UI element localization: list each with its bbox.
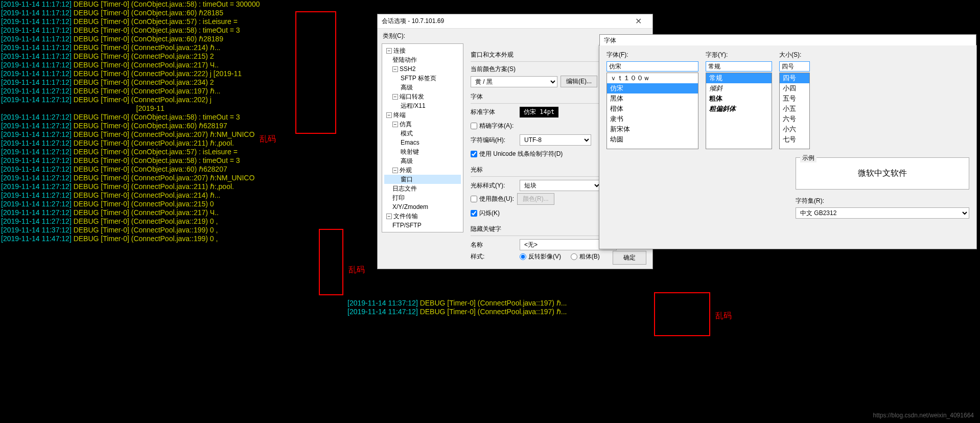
annotation-garbled-1: 乱码 [260,134,276,145]
color-scheme-select[interactable]: 黄 / 黑 [471,76,557,87]
font-dialog: 字体 字体(F): ｖｔ１００ｗ仿宋黑体楷体隶书新宋体幼圆 字形(Y): 常规倾… [599,45,977,249]
font-dialog-title[interactable]: 字体 [599,34,976,45]
tree-mode[interactable]: 模式 [384,129,461,138]
char-encoding-select[interactable]: UTF-8 [520,134,591,146]
font-input[interactable] [606,61,698,72]
dialog-title: 会话选项 - 10.7.101.69 [382,17,628,26]
hidden-name-label: 名称 [471,241,517,249]
style-input[interactable] [706,61,772,72]
color-button[interactable]: 颜色(R)... [517,193,554,205]
tree-login[interactable]: 登陆动作 [384,55,461,64]
std-font-label: 标准字体 [471,108,517,116]
charset-label: 字符集(R): [796,197,969,205]
size-input[interactable] [779,61,810,72]
tree-advanced2[interactable]: 高级 [384,156,461,166]
tree-window[interactable]: 窗口 [384,175,461,184]
tree-advanced[interactable]: 高级 [384,83,461,92]
tree-remote[interactable]: 远程/X11 [384,101,461,110]
use-color-checkbox[interactable]: 使用颜色(U): [471,195,514,203]
bold-radio[interactable]: 粗体(B) [571,252,600,261]
char-encoding-label: 字符编码(H): [471,136,517,145]
annotation-garbled-3: 乱码 [715,311,732,321]
font-listbox[interactable]: ｖｔ１００ｗ仿宋黑体楷体隶书新宋体幼圆 [606,73,698,149]
tree-ssh2[interactable]: −SSH2 [384,64,461,74]
terminal-output-right[interactable]: [2019-11-14 11:37:12] DEBUG [Timer-0] (C… [347,299,705,350]
hidden-style-label: 样式: [471,252,517,261]
precise-font-checkbox[interactable]: 精确字体(A): [471,122,514,130]
tree-emulation[interactable]: −仿真 [384,120,461,129]
style-label: 字形(Y): [706,51,772,59]
watermark: https://blog.csdn.net/weixin_4091664 [873,412,974,419]
annotation-garbled-2: 乱码 [348,265,365,275]
size-label: 大小(S): [779,51,810,59]
current-scheme-label: 当前颜色方案(S) [471,65,517,74]
cursor-style-select[interactable]: 短块 [520,180,601,191]
font-label: 字体(F): [606,51,698,59]
sample-box: 示例 微软中文软件 [796,157,969,190]
tree-print[interactable]: 打印 [384,193,461,202]
dialog-titlebar[interactable]: 会话选项 - 10.7.101.69 ✕ [378,14,652,29]
style-listbox[interactable]: 常规倾斜粗体粗偏斜体 [706,73,772,149]
tree-terminal[interactable]: −终端 [384,110,461,120]
tree-portfw[interactable]: −端口转发 [384,92,461,101]
close-icon[interactable]: ✕ [628,14,648,29]
category-tree[interactable]: −连接 登陆动作 −SSH2 SFTP 标签页 高级 −端口转发 远程/X11 … [382,43,463,232]
invert-radio[interactable]: 反转影像(V) [520,252,561,261]
tree-appearance[interactable]: −外观 [384,166,461,175]
font-display: 仿宋 14pt [520,107,558,118]
tree-xyz[interactable]: X/Y/Zmodem [384,202,461,212]
tree-sftp[interactable]: SFTP 标签页 [384,74,461,83]
use-unicode-checkbox[interactable]: 使用 Unicode 线条绘制字符(D) [471,150,563,158]
edit-scheme-button[interactable]: 编辑(E)... [561,76,597,87]
sample-label: 示例 [800,154,816,162]
tree-mapkey[interactable]: 映射键 [384,147,461,156]
size-listbox[interactable]: 四号小四五号小五六号小六七号 [779,73,810,149]
blink-checkbox[interactable]: 闪烁(K) [471,209,500,218]
charset-select[interactable]: 中文 GB2312 [796,207,969,219]
tree-logfile[interactable]: 日志文件 [384,184,461,193]
tree-ftp[interactable]: FTP/SFTP [384,221,461,230]
cursor-style-label: 光标样式(Y): [471,181,517,190]
ok-button[interactable]: 确定 [613,251,646,265]
tree-emacs[interactable]: Emacs [384,138,461,147]
sample-text: 微软中文软件 [858,169,907,177]
tree-connection[interactable]: −连接 [384,46,461,55]
tree-filetransfer[interactable]: −文件传输 [384,212,461,221]
